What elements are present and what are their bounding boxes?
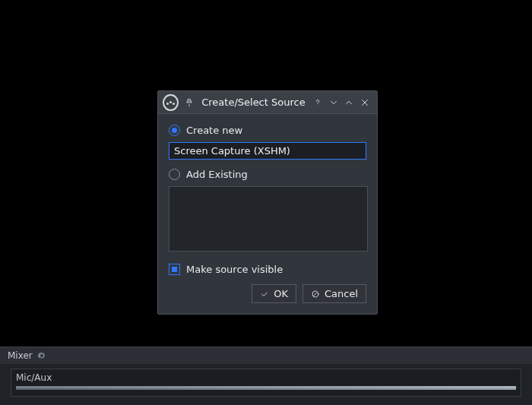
cancel-button-label: Cancel [325,288,358,299]
audio-track[interactable]: Mic/Aux [11,369,521,397]
pin-icon[interactable] [183,96,196,109]
add-existing-radio[interactable]: Add Existing [169,169,366,180]
cancel-button[interactable]: Cancel [302,284,366,303]
audio-track-label: Mic/Aux [16,372,516,383]
radio-indicator [169,125,180,136]
mixer-title: Mixer [8,350,33,361]
radio-indicator [169,169,180,180]
svg-line-4 [313,292,317,296]
source-name-input-wrap[interactable] [169,142,366,160]
dialog-body: Create new Add Existing Make source visi… [158,114,377,314]
dialog-button-row: OK Cancel [169,284,366,303]
dialog-titlebar[interactable]: Create/Select Source [158,91,377,114]
checkbox-indicator [169,264,180,275]
close-icon[interactable] [358,96,371,109]
prohibit-icon [311,290,320,299]
create-new-label: Create new [186,125,242,136]
ok-button-label: OK [274,288,288,299]
check-icon [260,290,269,299]
help-icon[interactable] [312,96,325,109]
mixer-panel-header[interactable]: Mixer [0,347,532,364]
dialog-title: Create/Select Source [201,97,305,108]
chevron-down-icon[interactable] [327,96,340,109]
make-visible-label: Make source visible [186,264,283,275]
chevron-up-icon[interactable] [343,96,356,109]
source-name-input[interactable] [174,145,361,157]
existing-sources-list[interactable] [169,186,368,252]
obs-logo-icon [163,94,179,111]
mixer-panel: Mixer Mic/Aux [0,346,532,405]
ok-button[interactable]: OK [252,284,296,303]
mixer-panel-body: Mic/Aux [0,364,532,401]
svg-point-0 [318,105,318,106]
create-select-source-dialog: Create/Select Source Create new Add Exis… [157,90,378,315]
audio-meter [16,386,516,390]
gear-icon[interactable] [37,351,46,360]
add-existing-label: Add Existing [186,169,248,180]
create-new-radio[interactable]: Create new [169,125,366,136]
make-source-visible-checkbox[interactable]: Make source visible [169,264,366,275]
